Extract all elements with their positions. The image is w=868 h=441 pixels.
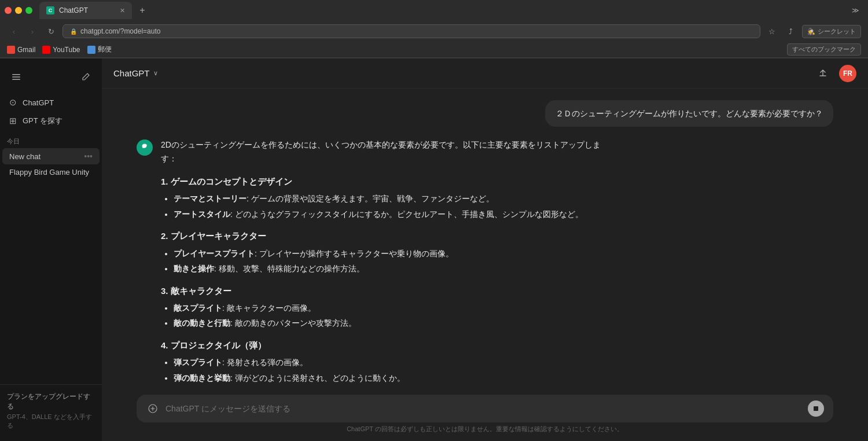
sidebar: ⊙ ChatGPT ⊞ GPT を探す 今日 New chat ••• Flap… xyxy=(0,58,102,441)
upgrade-label[interactable]: プランをアップグレードする xyxy=(7,392,95,411)
chat-more-button[interactable]: ••• xyxy=(84,152,93,161)
url-text: chatgpt.com/?model=auto xyxy=(80,27,160,35)
svg-rect-1 xyxy=(12,76,20,78)
user-message-text: ２Ｄのシューティングゲームが作りたいです。どんな要素が必要ですか？ xyxy=(556,109,823,118)
bullet-3-1: 敵スプライト: 敵キャラクターの画像。 xyxy=(174,302,612,314)
input-box xyxy=(137,395,833,422)
mail-label: 郵便 xyxy=(98,45,112,54)
sidebar-nav: ⊙ ChatGPT ⊞ GPT を探す xyxy=(0,91,102,133)
back-button[interactable]: ‹ xyxy=(7,24,21,38)
close-window-button[interactable] xyxy=(5,7,12,14)
fullscreen-window-button[interactable] xyxy=(25,7,32,14)
bullet-3-2: 敵の動きと行動: 敵の動きのパターンや攻撃方法。 xyxy=(174,317,612,329)
youtube-label: YouTube xyxy=(53,46,80,54)
minimize-window-button[interactable] xyxy=(15,7,22,14)
assistant-avatar xyxy=(137,139,153,156)
traffic-lights xyxy=(5,7,32,14)
user-bubble: ２Ｄのシューティングゲームが作りたいです。どんな要素が必要ですか？ xyxy=(545,100,833,127)
upgrade-sublabel: GPT-4、DALLE などを入手する xyxy=(7,413,95,430)
model-selector[interactable]: ChatGPT ∨ xyxy=(113,68,158,78)
bookmarks-bar: Gmail YouTube 郵便 すべてのブックマーク xyxy=(0,42,868,58)
sidebar-chat-new[interactable]: New chat ••• xyxy=(2,148,100,164)
svg-rect-4 xyxy=(814,406,818,411)
mail-favicon xyxy=(87,46,95,54)
forward-button[interactable]: › xyxy=(25,24,39,38)
chevron-down-icon: ∨ xyxy=(153,69,158,77)
main-content: ChatGPT ∨ FR ２Ｄのシューティングゲームが作りたいです。どんな要素が xyxy=(102,58,868,441)
tab-menu-button[interactable]: ≫ xyxy=(847,2,863,19)
bookmark-youtube[interactable]: YouTube xyxy=(42,46,80,54)
youtube-favicon xyxy=(42,46,50,54)
bullet-list-1: テーマとストーリー: ゲームの背景や設定を考えます。宇宙、戦争、ファンタジーなど… xyxy=(161,192,612,220)
sidebar-chatgpt-label: ChatGPT xyxy=(23,98,54,107)
refresh-button[interactable]: ↻ xyxy=(44,24,58,38)
address-right-controls: ☆ ⤴ 🕵 シークレット xyxy=(765,24,861,38)
message-input[interactable] xyxy=(165,404,802,413)
section-1: 1. ゲームのコンセプトとデザイン テーマとストーリー: ゲームの背景や設定を考… xyxy=(161,174,612,220)
tab-title: ChatGPT xyxy=(59,6,88,14)
sidebar-item-chatgpt[interactable]: ⊙ ChatGPT xyxy=(5,93,97,112)
app-layout: ⊙ ChatGPT ⊞ GPT を探す 今日 New chat ••• Flap… xyxy=(0,58,868,441)
chat-area[interactable]: ２Ｄのシューティングゲームが作りたいです。どんな要素が必要ですか？ 2Dのシュー… xyxy=(102,89,868,388)
send-button[interactable] xyxy=(808,400,824,417)
tab-close-button[interactable]: ✕ xyxy=(120,7,125,14)
bullet-list-4: 弾スプライト: 発射される弾の画像。 弾の動きと挙動: 弾がどのように発射され、… xyxy=(161,356,612,384)
attach-button[interactable] xyxy=(146,402,160,416)
bullet-2-1: プレイヤースプライト: プレイヤーが操作するキャラクターや乗り物の画像。 xyxy=(174,247,612,260)
share-chat-button[interactable] xyxy=(814,64,832,83)
new-chat-compose-button[interactable] xyxy=(76,68,95,86)
lock-icon: 🔒 xyxy=(70,28,77,35)
section-3: 3. 敵キャラクター 敵スプライト: 敵キャラクターの画像。 敵の動きと行動: … xyxy=(161,284,612,330)
assistant-intro: 2Dのシューティングゲームを作るためには、いくつかの基本的な要素が必要です。以下… xyxy=(161,138,612,166)
bookmark-mail[interactable]: 郵便 xyxy=(87,45,112,54)
section-heading-4: 4. プロジェクタイル（弾） xyxy=(161,338,612,353)
tab-right-controls: ≫ xyxy=(847,2,863,19)
topbar-right: FR xyxy=(814,64,856,83)
sidebar-explore-label: GPT を探す xyxy=(23,116,62,126)
sidebar-chat-flappy[interactable]: Flappy Bird Game Unity xyxy=(2,164,100,180)
active-tab[interactable]: C ChatGPT ✕ xyxy=(39,2,132,19)
bullet-list-3: 敵スプライト: 敵キャラクターの画像。 敵の動きと行動: 敵の動きのパターンや攻… xyxy=(161,302,612,330)
bullet-2-2: 動きと操作: 移動、攻撃、特殊能力などの操作方法。 xyxy=(174,262,612,275)
sidebar-chat-flappy-label: Flappy Bird Game Unity xyxy=(9,168,89,177)
bullet-1-1: テーマとストーリー: ゲームの背景や設定を考えます。宇宙、戦争、ファンタジーなど… xyxy=(174,192,612,205)
address-bar: ‹ › ↻ 🔒 chatgpt.com/?model=auto ☆ ⤴ 🕵 シー… xyxy=(0,21,868,42)
section-2: 2. プレイヤーキャラクター プレイヤースプライト: プレイヤーが操作するキャラ… xyxy=(161,229,612,275)
sidebar-top xyxy=(0,63,102,91)
bullet-1-2: アートスタイル: どのようなグラフィックスタイルにするか。ピクセルアート、手描き… xyxy=(174,208,612,220)
section-heading-1: 1. ゲームのコンセプトとデザイン xyxy=(161,174,612,189)
share-button[interactable]: ⤴ xyxy=(784,24,797,38)
avatar[interactable]: FR xyxy=(839,65,856,82)
bullet-list-2: プレイヤースプライト: プレイヤーが操作するキャラクターや乗り物の画像。 動きと… xyxy=(161,247,612,275)
gmail-label: Gmail xyxy=(17,46,35,54)
bullet-4-2: 弾の動きと挙動: 弾がどのように発射され、どのように動くか。 xyxy=(174,372,612,384)
svg-rect-0 xyxy=(12,74,20,75)
all-bookmarks-button[interactable]: すべてのブックマーク xyxy=(787,43,861,56)
sidebar-item-explore-gpts[interactable]: ⊞ GPT を探す xyxy=(5,112,97,130)
svg-rect-2 xyxy=(12,79,20,80)
url-bar[interactable]: 🔒 chatgpt.com/?model=auto xyxy=(62,24,760,38)
sidebar-chat-new-label: New chat xyxy=(9,152,41,161)
avatar-initials: FR xyxy=(843,69,852,78)
secret-label: シークレット xyxy=(818,27,856,36)
sidebar-section-today: 今日 xyxy=(0,133,102,148)
secret-mode-button[interactable]: 🕵 シークレット xyxy=(802,25,861,38)
sidebar-toggle-button[interactable] xyxy=(7,68,25,86)
bookmark-gmail[interactable]: Gmail xyxy=(7,46,35,54)
tab-bar: C ChatGPT ✕ + ≫ xyxy=(0,0,868,21)
bullet-4-1: 弾スプライト: 発射される弾の画像。 xyxy=(174,356,612,369)
explore-icon: ⊞ xyxy=(9,116,17,126)
bookmark-star-button[interactable]: ☆ xyxy=(765,24,779,38)
input-footer-text: ChatGPT の回答は必ずしも正しいとは限りません。重要な情報は確認するように… xyxy=(137,422,833,438)
gmail-favicon xyxy=(7,46,15,54)
section-heading-2: 2. プレイヤーキャラクター xyxy=(161,229,612,244)
section-4: 4. プロジェクタイル（弾） 弾スプライト: 発射される弾の画像。 弾の動きと挙… xyxy=(161,338,612,384)
browser-chrome: C ChatGPT ✕ + ≫ ‹ › ↻ 🔒 chatgpt.com/?mod… xyxy=(0,0,868,58)
sidebar-bottom: プランをアップグレードする GPT-4、DALLE などを入手する xyxy=(0,384,102,437)
model-title: ChatGPT xyxy=(113,68,150,78)
tab-favicon: C xyxy=(46,6,54,14)
assistant-message: 2Dのシューティングゲームを作るためには、いくつかの基本的な要素が必要です。以下… xyxy=(102,138,868,388)
new-tab-button[interactable]: + xyxy=(134,2,150,19)
chatgpt-icon: ⊙ xyxy=(9,97,17,108)
user-message: ２Ｄのシューティングゲームが作りたいです。どんな要素が必要ですか？ xyxy=(102,100,868,127)
